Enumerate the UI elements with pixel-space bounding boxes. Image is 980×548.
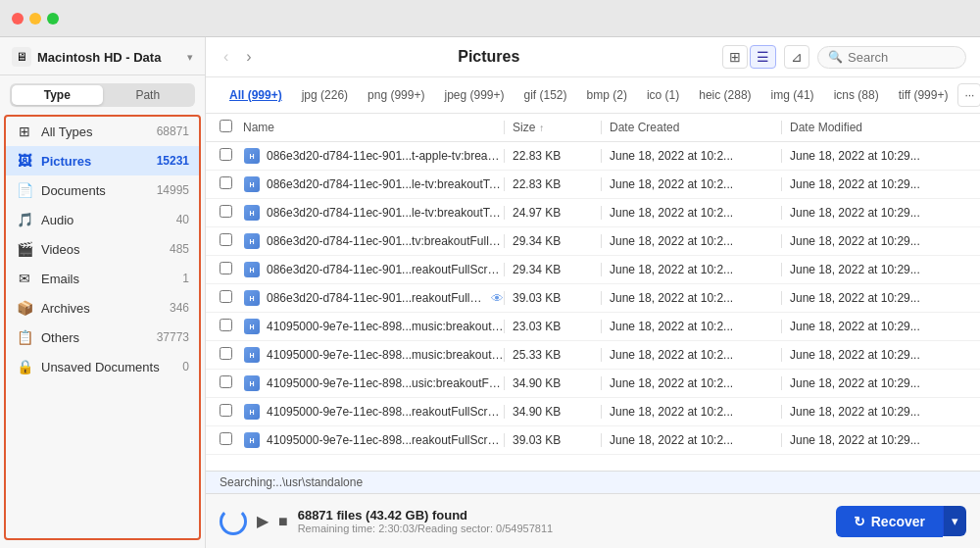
sidebar-item-count: 40 bbox=[176, 213, 189, 226]
filter-tab-6[interactable]: ico (1) bbox=[637, 84, 689, 106]
divider bbox=[781, 206, 782, 220]
file-name-cell: H 41095000-9e7e-11ec-898...usic:breakout… bbox=[243, 374, 504, 392]
row-checkbox[interactable] bbox=[220, 205, 232, 218]
sidebar-header[interactable]: 🖥 Macintosh HD - Data ▾ bbox=[0, 37, 205, 75]
file-size: 34.90 KB bbox=[513, 405, 601, 419]
filter-tab-8[interactable]: img (41) bbox=[761, 84, 824, 106]
filter-tab-5[interactable]: bmp (2) bbox=[577, 84, 637, 106]
sidebar-item-count: 14995 bbox=[157, 183, 189, 197]
recover-button[interactable]: ↻ Recover bbox=[836, 506, 943, 537]
close-button[interactable] bbox=[12, 13, 24, 25]
column-header-name: Name bbox=[243, 121, 504, 134]
divider bbox=[781, 177, 782, 191]
file-date-created: June 18, 2022 at 10:2... bbox=[610, 348, 781, 362]
back-button[interactable]: ‹ bbox=[220, 46, 232, 68]
filter-tabs: All (999+)jpg (226)png (999+)jpeg (999+)… bbox=[206, 77, 980, 114]
sidebar-icon: 📦 bbox=[16, 299, 33, 317]
forward-button[interactable]: › bbox=[242, 46, 255, 68]
file-name: 41095000-9e7e-11ec-898...music:breakoutT… bbox=[267, 320, 504, 333]
file-name: 086e3d20-d784-11ec-901...reakoutFullScre… bbox=[267, 263, 504, 276]
column-header-date-created[interactable]: Date Created bbox=[610, 121, 781, 134]
bottom-bar: ▶ ■ 68871 files (43.42 GB) found Remaini… bbox=[206, 493, 980, 548]
recover-dropdown-button[interactable]: ▾ bbox=[943, 506, 966, 536]
file-name: 086e3d20-d784-11ec-901...le-tv:breakoutT… bbox=[267, 206, 504, 220]
table-row[interactable]: H 086e3d20-d784-11ec-901...le-tv:breakou… bbox=[206, 199, 980, 227]
column-header-size[interactable]: Size ↑ bbox=[513, 121, 601, 134]
filter-tab-9[interactable]: icns (88) bbox=[824, 84, 889, 106]
table-row[interactable]: H 41095000-9e7e-11ec-898...music:breakou… bbox=[206, 341, 980, 370]
drive-chevron-icon[interactable]: ▾ bbox=[187, 51, 193, 64]
table-row[interactable]: H 41095000-9e7e-11ec-898...reakoutFullSc… bbox=[206, 398, 980, 426]
list-view-button[interactable]: ☰ bbox=[750, 45, 776, 69]
grid-view-button[interactable]: ⊞ bbox=[722, 45, 748, 69]
drive-name: Macintosh HD - Data bbox=[37, 50, 181, 65]
divider bbox=[601, 177, 602, 191]
sidebar-item-pictures[interactable]: 🖼 Pictures 15231 bbox=[6, 146, 199, 175]
filter-button[interactable]: ⊿ bbox=[784, 45, 809, 69]
toolbar-right: ⊞ ☰ ⊿ 🔍 bbox=[722, 45, 966, 69]
row-checkbox[interactable] bbox=[220, 148, 232, 161]
sidebar-item-emails[interactable]: ✉ Emails 1 bbox=[6, 264, 199, 293]
row-checkbox[interactable] bbox=[220, 290, 232, 303]
filter-tab-0[interactable]: All (999+) bbox=[220, 84, 292, 106]
filter-tab-2[interactable]: png (999+) bbox=[358, 84, 434, 106]
row-checkbox[interactable] bbox=[220, 262, 232, 274]
row-checkbox[interactable] bbox=[220, 375, 232, 388]
sidebar-item-audio[interactable]: 🎵 Audio 40 bbox=[6, 205, 199, 234]
search-input[interactable] bbox=[848, 50, 956, 65]
file-date-created: June 18, 2022 at 10:2... bbox=[610, 291, 781, 305]
sidebar-item-archives[interactable]: 📦 Archives 346 bbox=[6, 293, 199, 323]
file-name-cell: H 41095000-9e7e-11ec-898...reakoutFullSc… bbox=[243, 431, 504, 449]
row-checkbox[interactable] bbox=[220, 233, 232, 246]
play-button[interactable]: ▶ bbox=[257, 512, 269, 530]
sidebar-item-videos[interactable]: 🎬 Videos 485 bbox=[6, 234, 199, 264]
divider bbox=[504, 320, 505, 333]
filter-tab-10[interactable]: tiff (999+) bbox=[889, 84, 958, 106]
stop-button[interactable]: ■ bbox=[278, 513, 288, 530]
sidebar-list: ⊞ All Types 68871 🖼 Pictures 15231 📄 Doc… bbox=[4, 115, 201, 540]
sidebar-item-label: Emails bbox=[41, 272, 174, 286]
file-size: 24.97 KB bbox=[513, 206, 601, 220]
table-row[interactable]: H 086e3d20-d784-11ec-901...tv:breakoutFu… bbox=[206, 227, 980, 256]
sidebar-item-documents[interactable]: 📄 Documents 14995 bbox=[6, 175, 199, 205]
filter-tab-7[interactable]: heic (288) bbox=[689, 84, 760, 106]
row-checkbox[interactable] bbox=[220, 404, 232, 417]
tab-path[interactable]: Path bbox=[103, 85, 194, 105]
row-checkbox[interactable] bbox=[220, 176, 232, 189]
file-size: 39.03 KB bbox=[513, 291, 601, 305]
title-bar bbox=[0, 0, 980, 37]
table-row[interactable]: H 41095000-9e7e-11ec-898...reakoutFullSc… bbox=[206, 426, 980, 455]
column-header-date-modified[interactable]: Date Modified bbox=[790, 121, 966, 134]
file-icon: H bbox=[243, 175, 261, 193]
maximize-button[interactable] bbox=[47, 13, 59, 25]
sidebar-item-others[interactable]: 📋 Others 37773 bbox=[6, 323, 199, 352]
filter-tab-3[interactable]: jpeg (999+) bbox=[434, 84, 514, 106]
table-row[interactable]: H 086e3d20-d784-11ec-901...reakoutFullSc… bbox=[206, 256, 980, 284]
divider bbox=[504, 291, 505, 305]
file-name-cell: H 41095000-9e7e-11ec-898...music:breakou… bbox=[243, 318, 504, 335]
page-title: Pictures bbox=[266, 48, 712, 66]
divider bbox=[601, 348, 602, 362]
filter-tab-more-button[interactable]: ··· bbox=[957, 83, 980, 107]
select-all-checkbox[interactable] bbox=[220, 120, 232, 132]
sidebar-item-all-types[interactable]: ⊞ All Types 68871 bbox=[6, 117, 199, 146]
table-row[interactable]: H 086e3d20-d784-11ec-901...le-tv:breakou… bbox=[206, 171, 980, 199]
filter-tab-1[interactable]: jpg (226) bbox=[292, 84, 358, 106]
sidebar-item-unsaved-documents[interactable]: 🔒 Unsaved Documents 0 bbox=[6, 352, 199, 381]
minimize-button[interactable] bbox=[29, 13, 41, 25]
table-row[interactable]: H 086e3d20-d784-11ec-901...t-apple-tv:br… bbox=[206, 142, 980, 171]
file-name: 086e3d20-d784-11ec-901...reakoutFullScre… bbox=[267, 291, 485, 305]
file-date-created: June 18, 2022 at 10:2... bbox=[610, 433, 781, 447]
filter-tab-4[interactable]: gif (152) bbox=[514, 84, 577, 106]
file-size: 29.34 KB bbox=[513, 234, 601, 248]
preview-eye-icon[interactable]: 👁 bbox=[491, 291, 504, 306]
sidebar-item-label: Archives bbox=[41, 301, 162, 316]
row-checkbox[interactable] bbox=[220, 432, 232, 445]
row-checkbox[interactable] bbox=[220, 347, 232, 360]
file-date-modified: June 18, 2022 at 10:29... bbox=[790, 376, 966, 390]
table-row[interactable]: H 086e3d20-d784-11ec-901...reakoutFullSc… bbox=[206, 284, 980, 313]
table-row[interactable]: H 41095000-9e7e-11ec-898...usic:breakout… bbox=[206, 370, 980, 398]
row-checkbox[interactable] bbox=[220, 319, 232, 331]
tab-type[interactable]: Type bbox=[12, 85, 103, 105]
table-row[interactable]: H 41095000-9e7e-11ec-898...music:breakou… bbox=[206, 313, 980, 341]
